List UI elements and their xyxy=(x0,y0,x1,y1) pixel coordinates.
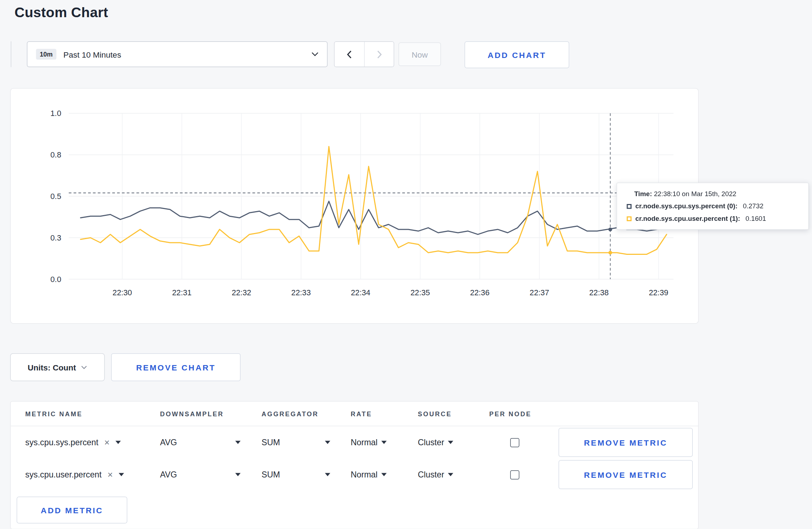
metric-name-select[interactable]: sys.cpu.user.percent × xyxy=(25,470,160,480)
header-rate: RATE xyxy=(351,410,418,417)
rate-select[interactable]: Normal xyxy=(351,470,418,480)
tooltip-series-value: 0.2732 xyxy=(743,203,763,210)
svg-text:22:36: 22:36 xyxy=(470,288,489,297)
header-metric-name: METRIC NAME xyxy=(25,410,160,417)
remove-metric-button[interactable]: REMOVE METRIC xyxy=(559,460,693,489)
add-chart-button[interactable]: ADD CHART xyxy=(465,42,570,68)
caret-down-icon xyxy=(381,473,387,476)
time-range-value: Past 10 Minutes xyxy=(63,50,304,59)
tooltip-series-value: 0.1601 xyxy=(745,215,766,222)
svg-text:22:39: 22:39 xyxy=(649,288,668,297)
chevron-down-icon xyxy=(311,52,319,57)
svg-text:22:30: 22:30 xyxy=(112,288,132,297)
header-downsampler: DOWNSAMPLER xyxy=(160,410,262,417)
chart-tooltip: Time: 22:38:10 on Mar 15th, 2022 cr.node… xyxy=(617,183,809,230)
series-swatch xyxy=(627,204,632,209)
downsampler-select[interactable]: AVG xyxy=(160,438,241,447)
aggregator-select[interactable]: SUM xyxy=(262,438,330,447)
tooltip-time: Time: 22:38:10 on Mar 15th, 2022 xyxy=(627,190,801,198)
header-per-node: PER NODE xyxy=(489,410,559,417)
tooltip-series-row: cr.node.sys.cpu.sys.percent (0): 0.2732 xyxy=(627,203,801,210)
chevron-right-icon xyxy=(377,50,382,58)
header-source: SOURCE xyxy=(418,410,489,417)
rate-value: Normal xyxy=(351,438,378,447)
series-swatch xyxy=(627,216,632,221)
per-node-checkbox[interactable] xyxy=(510,470,519,479)
caret-down-icon xyxy=(448,441,453,444)
svg-text:0.0: 0.0 xyxy=(50,275,61,284)
time-pager xyxy=(334,42,394,67)
rate-select[interactable]: Normal xyxy=(351,438,418,447)
units-dropdown[interactable]: Units: Count xyxy=(10,353,105,381)
time-range-badge: 10m xyxy=(36,49,57,60)
source-select[interactable]: Cluster xyxy=(418,470,489,480)
source-value: Cluster xyxy=(418,438,444,447)
caret-down-icon xyxy=(448,473,453,476)
chevron-down-icon xyxy=(81,365,87,369)
chevron-left-icon xyxy=(347,50,352,58)
add-metric-button[interactable]: ADD METRIC xyxy=(17,497,127,524)
downsampler-value: AVG xyxy=(160,470,177,480)
clear-metric-icon[interactable]: × xyxy=(104,438,110,447)
next-time-button[interactable] xyxy=(364,42,394,67)
aggregator-value: SUM xyxy=(262,438,280,447)
downsampler-value: AVG xyxy=(160,438,177,447)
header-aggregator: AGGREGATOR xyxy=(262,410,351,417)
svg-text:0.3: 0.3 xyxy=(50,233,61,242)
metric-row: sys.cpu.user.percent × AVG SUM Normal Cl… xyxy=(11,458,698,491)
tooltip-time-value: 22:38:10 on Mar 15th, 2022 xyxy=(654,190,736,198)
caret-down-icon xyxy=(381,441,387,444)
source-value: Cluster xyxy=(418,470,444,480)
metrics-table-header: METRIC NAME DOWNSAMPLER AGGREGATOR RATE … xyxy=(11,402,698,426)
caret-down-icon xyxy=(116,441,121,444)
svg-text:0.5: 0.5 xyxy=(50,192,61,201)
tooltip-series-row: cr.node.sys.cpu.user.percent (1): 0.1601 xyxy=(627,215,801,222)
page-title: Custom Chart xyxy=(15,4,108,21)
caret-down-icon xyxy=(119,473,124,476)
svg-text:22:33: 22:33 xyxy=(291,288,311,297)
toolbar-divider xyxy=(11,42,11,67)
svg-text:22:34: 22:34 xyxy=(351,288,370,297)
metric-row: sys.cpu.sys.percent × AVG SUM Normal Clu… xyxy=(11,426,698,458)
metric-name-value: sys.cpu.sys.percent xyxy=(25,438,98,447)
metric-name-value: sys.cpu.user.percent xyxy=(25,470,102,480)
svg-text:22:35: 22:35 xyxy=(410,288,430,297)
now-button[interactable]: Now xyxy=(398,43,441,66)
aggregator-select[interactable]: SUM xyxy=(262,470,330,480)
caret-down-icon xyxy=(325,473,330,476)
svg-text:22:38: 22:38 xyxy=(589,288,609,297)
downsampler-select[interactable]: AVG xyxy=(160,470,241,480)
time-range-dropdown[interactable]: 10m Past 10 Minutes xyxy=(27,42,328,67)
clear-metric-icon[interactable]: × xyxy=(107,470,113,479)
svg-text:22:32: 22:32 xyxy=(232,288,251,297)
caret-down-icon xyxy=(325,441,330,444)
tooltip-series-label: cr.node.sys.cpu.sys.percent (0): xyxy=(635,203,738,210)
svg-text:22:37: 22:37 xyxy=(530,288,549,297)
source-select[interactable]: Cluster xyxy=(418,438,489,447)
remove-chart-button[interactable]: REMOVE CHART xyxy=(111,353,241,381)
svg-text:1.0: 1.0 xyxy=(50,109,61,118)
metric-name-select[interactable]: sys.cpu.sys.percent × xyxy=(25,438,160,447)
aggregator-value: SUM xyxy=(262,470,280,480)
tooltip-time-label: Time: xyxy=(634,190,652,198)
svg-text:22:31: 22:31 xyxy=(172,288,192,297)
rate-value: Normal xyxy=(351,470,378,480)
chart-card: 0.00.30.50.81.022:3022:3122:3222:3322:34… xyxy=(10,88,699,324)
remove-metric-button[interactable]: REMOVE METRIC xyxy=(559,428,693,457)
tooltip-series-label: cr.node.sys.cpu.user.percent (1): xyxy=(635,215,740,222)
prev-time-button[interactable] xyxy=(335,42,364,67)
per-node-checkbox[interactable] xyxy=(510,438,519,447)
chart-plot[interactable]: 0.00.30.50.81.022:3022:3122:3222:3322:34… xyxy=(11,89,699,304)
units-label: Units: Count xyxy=(28,363,76,372)
svg-text:0.8: 0.8 xyxy=(50,150,61,159)
caret-down-icon xyxy=(235,441,241,444)
caret-down-icon xyxy=(235,473,241,476)
